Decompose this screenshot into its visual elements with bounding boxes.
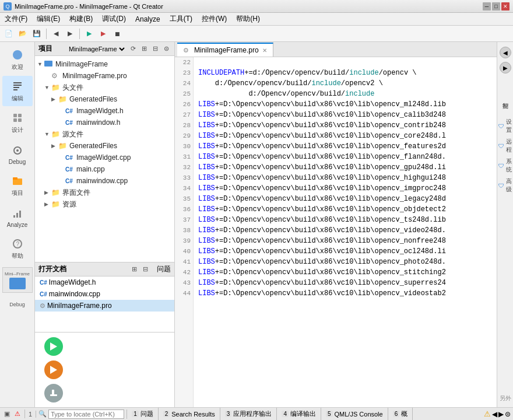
tree-pro-file[interactable]: ⚙ MiniImageFrame.pro <box>35 70 174 82</box>
welcome-icon <box>10 48 24 62</box>
open-file-button[interactable]: 📂 <box>16 27 29 40</box>
scroll-down-button[interactable]: ▶ <box>500 62 511 74</box>
tab-pro-icon: ⚙ <box>183 47 189 54</box>
code-line-26: LIBS+=D:\Opencv\opencv\build\x86\vc10\li… <box>198 99 492 110</box>
open-file-miniimageframe-pro[interactable]: ⚙ MiniImageFrame.pro <box>35 300 174 312</box>
line-31: 31 <box>175 152 193 162</box>
svg-rect-7 <box>13 118 17 122</box>
menu-item-d[interactable]: 调试(D) <box>97 13 131 25</box>
svg-point-0 <box>13 50 22 60</box>
scroll-up-button[interactable]: ◀ <box>500 47 511 58</box>
build-button[interactable]: ▶ <box>83 27 96 40</box>
right-panel: ⚙ MiniImageFrame.pro ✕ 22 23 24 25 26 27… <box>175 42 497 407</box>
editor-tab-pro[interactable]: ⚙ MiniImageFrame.pro ✕ <box>177 43 273 57</box>
menu-item-f[interactable]: 文件(F) <box>0 13 32 25</box>
tree-gen-files-2[interactable]: ▶ 📁 GeneratedFiles <box>35 140 174 152</box>
warning-icon[interactable]: ⚠ <box>484 410 491 418</box>
new-file-button[interactable]: 📄 <box>2 27 15 40</box>
tree-imagewidget-h[interactable]: C# ImageWidget.h <box>35 105 174 117</box>
activity-project[interactable]: 项目 <box>2 170 33 201</box>
proj-sync-btn[interactable]: ⟳ <box>129 44 138 53</box>
code-line-36: LIBS+=D:\Opencv\opencv\build\x86\vc10\li… <box>198 204 492 215</box>
save-file-button[interactable]: 💾 <box>30 27 43 40</box>
open-file-imagewidget-h[interactable]: C# ImageWidget.h <box>35 276 174 288</box>
tree-ui-folder[interactable]: ▶ 📁 界面文件 <box>35 187 174 198</box>
locate-input[interactable] <box>48 410 124 419</box>
bottom-tab-qml[interactable]: 5 QML/JS Console <box>321 408 388 421</box>
bottom-tab-appout[interactable]: 3 应用程序输出 <box>220 408 277 421</box>
svg-rect-5 <box>13 114 17 117</box>
line-43: 43 <box>175 278 193 288</box>
menu-item-h[interactable]: 帮助(H) <box>231 13 265 25</box>
tree-root[interactable]: ▼ MiniImageFrame <box>35 58 174 70</box>
close-button[interactable]: ✕ <box>501 2 510 10</box>
tree-res-folder[interactable]: ▶ 📁 资源 <box>35 198 174 210</box>
proj-collapse-btn[interactable]: ⊟ <box>151 44 160 53</box>
proj-expand-btn[interactable]: ⊞ <box>140 44 149 53</box>
svg-rect-14 <box>16 213 18 218</box>
run-button[interactable] <box>44 337 63 356</box>
debug-button[interactable]: ▶ <box>97 27 110 40</box>
bottom-tab-compile[interactable]: 4 编译输出 <box>277 408 321 421</box>
forward-button[interactable]: ▶ <box>64 27 76 40</box>
bottom-tab-issues[interactable]: 1 问题 <box>127 408 159 421</box>
line-27: 27 <box>175 110 193 120</box>
tab-pro-close[interactable]: ✕ <box>262 47 267 54</box>
tree-gen-files-1[interactable]: ▶ 📁 GeneratedFiles <box>35 93 174 105</box>
tree-imagewidget-h-label: ImageWidget.h <box>76 107 124 115</box>
debug-run-button[interactable] <box>44 360 63 379</box>
svg-rect-22 <box>52 390 54 396</box>
editor-tabs: ⚙ MiniImageFrame.pro ✕ <box>175 42 497 57</box>
nav-prev-btn[interactable]: ◀ <box>492 410 497 418</box>
far-right-system-btn[interactable]: 🛡 系统 <box>498 156 512 175</box>
menu-item-analyze[interactable]: Analyze <box>131 13 165 25</box>
qml-tab-label: QML/JS Console <box>335 411 383 418</box>
menu-item-b[interactable]: 构建(B) <box>65 13 97 25</box>
build-hammer-button[interactable] <box>44 384 63 402</box>
menu-item-e[interactable]: 编辑(E) <box>32 13 65 25</box>
bottom-terminal-btn[interactable]: ▣ <box>2 410 12 418</box>
bottom-tab-search[interactable]: 2 Search Results <box>159 408 220 421</box>
far-right-advanced-btn[interactable]: 🛡 高级 <box>498 176 512 195</box>
svg-marker-20 <box>50 366 57 374</box>
open-file-pro-name: MiniImageFrame.pro <box>47 302 112 310</box>
bottom-tab-overview[interactable]: 6 概 <box>388 408 413 421</box>
project-dropdown[interactable]: MiniImageFrame <box>66 45 127 53</box>
maximize-button[interactable]: □ <box>492 2 500 10</box>
activity-debug[interactable]: Debug <box>2 139 33 169</box>
line-30: 30 <box>175 141 193 152</box>
menu-item-w[interactable]: 控件(W) <box>197 13 231 25</box>
proj-filter-btn[interactable]: ⊜ <box>162 44 171 53</box>
activity-analyze[interactable]: Analyze <box>2 202 33 232</box>
open-files-close-btn[interactable]: ⊟ <box>141 265 150 274</box>
activity-welcome[interactable]: 欢迎 <box>2 44 33 75</box>
code-line-38: LIBS+=D:\Opencv\opencv\build\x86\vc10\li… <box>198 225 492 236</box>
activity-edit[interactable]: 编辑 <box>2 76 33 106</box>
nav-next-btn[interactable]: ▶ <box>498 410 504 418</box>
tab-pro-label: MiniImageFrame.pro <box>194 46 259 54</box>
tree-main-cpp[interactable]: C# main.cpp <box>35 163 174 175</box>
far-right-settings-btn[interactable]: 🛡 设置 <box>498 117 512 135</box>
stop-button[interactable]: ⏹ <box>111 27 124 40</box>
tree-imagewidget-cpp[interactable]: C# ImageWidget.cpp <box>35 152 174 163</box>
open-files-settings-btn[interactable]: ⊞ <box>130 265 139 274</box>
menu-item-t[interactable]: 工具(T) <box>165 13 197 25</box>
separator <box>46 29 47 39</box>
far-right-control-btn[interactable]: 控制 <box>498 80 512 116</box>
tree-sources-folder[interactable]: ▼ 📁 源文件 <box>35 128 174 140</box>
minimize-button[interactable]: ─ <box>483 2 491 10</box>
line-indicator: 1 <box>29 411 32 418</box>
tree-mainwindow-cpp[interactable]: C# mainwindow.cpp <box>35 175 174 187</box>
back-button[interactable]: ◀ <box>50 27 62 40</box>
code-content[interactable]: INCLUDEPATH+=d:/Opencv/opencv/build/incl… <box>194 57 497 407</box>
svg-rect-1 <box>13 82 22 83</box>
tree-mainwindow-h[interactable]: C# mainwindow.h <box>35 117 174 128</box>
activity-design[interactable]: 设计 <box>2 107 33 138</box>
line-26: 26 <box>175 99 193 110</box>
activity-help[interactable]: ? 帮助 <box>2 233 33 264</box>
open-file-mainwindow-cpp[interactable]: C# mainwindow.cpp <box>35 288 174 300</box>
filter-btn[interactable]: ⊜ <box>505 410 511 418</box>
far-right-remote-btn[interactable]: 🛡 远程 <box>498 136 512 155</box>
svg-rect-4 <box>13 89 17 90</box>
tree-headers-folder[interactable]: ▼ 📁 头文件 <box>35 82 174 93</box>
